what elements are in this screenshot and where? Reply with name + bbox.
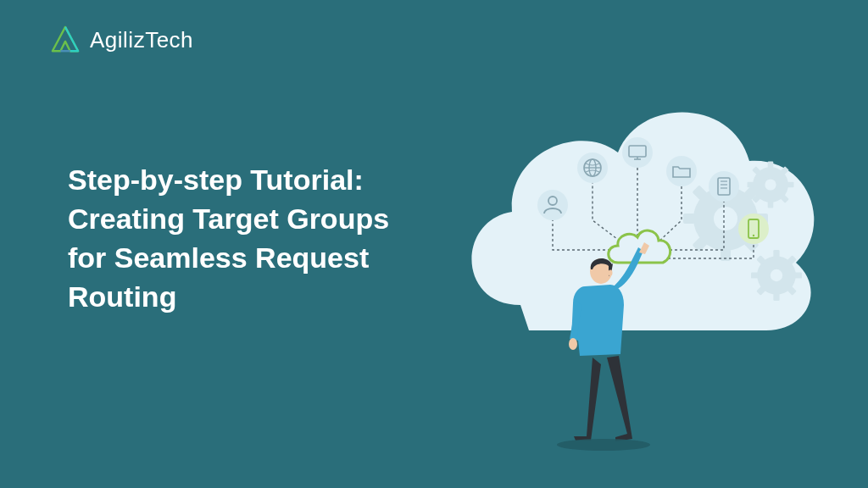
- svg-rect-13: [748, 182, 754, 188]
- svg-point-41: [709, 171, 739, 202]
- svg-rect-24: [795, 272, 802, 278]
- svg-point-51: [609, 270, 613, 276]
- svg-rect-3: [683, 214, 695, 224]
- svg-point-19: [765, 179, 776, 190]
- svg-rect-14: [787, 182, 794, 188]
- page-title: Step-by-step Tutorial: Creating Target G…: [68, 161, 390, 317]
- svg-rect-2: [721, 249, 731, 261]
- shadow-icon: [557, 439, 650, 451]
- monitor-icon: [622, 137, 653, 168]
- logo-mark-icon: [49, 25, 81, 54]
- user-icon: [537, 190, 568, 220]
- svg-rect-12: [768, 202, 774, 208]
- svg-point-46: [738, 214, 769, 244]
- svg-rect-23: [751, 272, 758, 278]
- hero-illustration: [427, 51, 834, 466]
- svg-rect-22: [773, 294, 779, 301]
- svg-point-36: [622, 137, 653, 168]
- gear-small-top-icon: [748, 162, 794, 208]
- svg-point-40: [666, 156, 697, 186]
- brand-name: AgilizTech: [90, 27, 193, 53]
- svg-point-29: [771, 269, 782, 281]
- mobile-icon: [738, 214, 769, 244]
- server-icon: [709, 171, 739, 202]
- gear-small-bottom-icon: [751, 250, 802, 301]
- folder-icon: [666, 156, 697, 186]
- svg-rect-11: [768, 162, 774, 169]
- svg-point-49: [569, 338, 577, 350]
- svg-rect-21: [773, 250, 779, 257]
- globe-icon: [577, 152, 608, 183]
- svg-point-9: [714, 207, 737, 230]
- brand-logo: AgilizTech: [49, 25, 193, 54]
- svg-point-48: [753, 235, 754, 236]
